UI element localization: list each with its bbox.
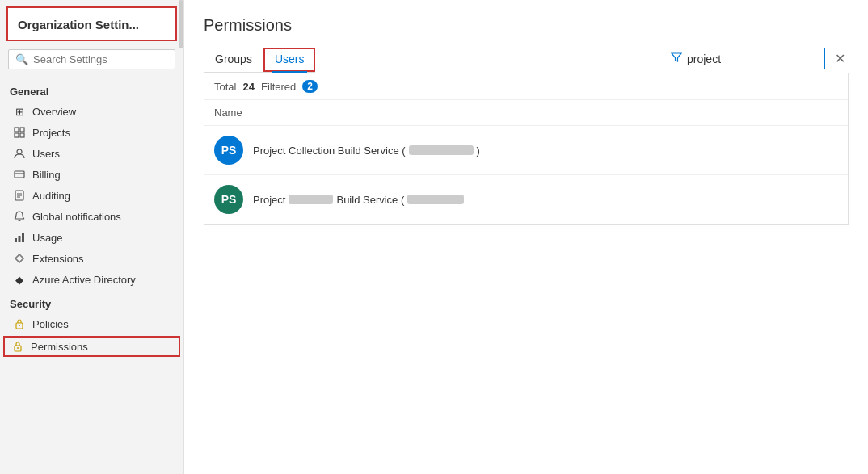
sidebar-item-users[interactable]: Users [0, 143, 183, 164]
sidebar-item-billing[interactable]: Billing [0, 164, 183, 185]
sidebar-item-label: Usage [32, 232, 63, 244]
filter-icon [671, 52, 682, 65]
permissions-icon [11, 340, 24, 353]
sidebar-item-label: Overview [32, 106, 76, 118]
svg-point-14 [19, 325, 20, 326]
sidebar-item-label: Auditing [32, 190, 70, 202]
user-name-prefix: Project Collection Build Service ( [253, 145, 406, 157]
svg-rect-0 [15, 128, 19, 132]
svg-rect-12 [22, 233, 24, 242]
svg-rect-5 [15, 171, 24, 178]
scrollbar[interactable] [179, 0, 183, 48]
azure-ad-icon: ◆ [13, 273, 26, 286]
sidebar-item-label: Billing [32, 169, 61, 181]
auditing-icon [13, 189, 26, 202]
filter-input[interactable] [687, 52, 816, 65]
sidebar-item-usage[interactable]: Usage [0, 227, 183, 248]
svg-rect-11 [19, 236, 21, 242]
svg-rect-1 [20, 128, 24, 132]
page-title: Permissions [204, 16, 849, 35]
grid-icon: ⊞ [13, 105, 26, 118]
sidebar-item-label: Azure Active Directory [32, 274, 136, 286]
svg-point-16 [17, 347, 19, 349]
total-value: 24 [242, 81, 254, 93]
billing-icon [13, 168, 26, 181]
tab-groups[interactable]: Groups [204, 48, 263, 72]
sidebar-item-extensions[interactable]: Extensions [0, 248, 183, 269]
avatar-initials: PS [221, 193, 237, 206]
user-name: Project Collection Build Service ( ) [253, 145, 480, 157]
svg-rect-2 [15, 133, 19, 137]
stats-row: Total 24 Filtered 2 [204, 73, 848, 100]
column-header-name: Name [204, 100, 848, 126]
sidebar-item-azure-ad[interactable]: ◆ Azure Active Directory [0, 269, 183, 290]
project-icon [13, 126, 26, 139]
user-name-prefix: Project [253, 194, 285, 206]
sidebar: Organization Settin... 🔍 General ⊞ Overv… [0, 0, 184, 474]
sidebar-item-permissions[interactable]: Permissions [3, 336, 180, 357]
search-settings-input[interactable] [33, 53, 168, 65]
tabs: Groups Users [204, 48, 315, 73]
person-icon [13, 147, 26, 160]
policies-icon [13, 317, 26, 330]
filtered-label: Filtered [261, 81, 296, 93]
extensions-icon [13, 252, 26, 265]
avatar-initials: PS [221, 144, 237, 157]
sidebar-item-label: Users [32, 148, 60, 160]
sidebar-item-label: Policies [32, 318, 69, 330]
user-name-redacted [409, 145, 474, 155]
search-settings-container[interactable]: 🔍 [8, 49, 175, 69]
notifications-icon [13, 210, 26, 223]
users-table: Total 24 Filtered 2 Name PS Project Coll… [204, 73, 849, 225]
sidebar-item-label: Global notifications [32, 211, 121, 223]
user-name-suffix: ) [477, 145, 480, 157]
avatar: PS [214, 136, 243, 165]
user-name-redacted [289, 195, 333, 204]
sidebar-item-auditing[interactable]: Auditing [0, 185, 183, 206]
sidebar-item-projects[interactable]: Projects [0, 122, 183, 143]
section-general: General [0, 78, 183, 101]
sidebar-item-label: Extensions [32, 253, 84, 265]
avatar: PS [214, 185, 243, 214]
user-name-middle: Build Service ( [336, 194, 404, 206]
svg-rect-3 [20, 133, 24, 137]
svg-point-4 [17, 149, 22, 154]
sidebar-item-global-notifications[interactable]: Global notifications [0, 206, 183, 227]
total-label: Total [214, 81, 236, 93]
filter-search-box[interactable] [664, 48, 825, 69]
table-row[interactable]: PS Project Build Service ( [204, 175, 848, 224]
clear-filter-button[interactable]: ✕ [832, 49, 849, 68]
main-content: Permissions Groups Users ✕ Total 24 Filt… [184, 0, 868, 474]
tab-users[interactable]: Users [263, 48, 316, 72]
usage-icon [13, 231, 26, 244]
org-settings-title: Organization Settin... [6, 6, 177, 41]
sidebar-item-label: Projects [32, 127, 70, 139]
sidebar-item-policies[interactable]: Policies [0, 313, 183, 334]
sidebar-item-overview[interactable]: ⊞ Overview [0, 101, 183, 122]
user-name: Project Build Service ( [253, 194, 464, 206]
section-security: Security [0, 290, 183, 313]
table-row[interactable]: PS Project Collection Build Service ( ) [204, 126, 848, 175]
user-name-redacted-2 [407, 195, 464, 204]
filtered-value: 2 [302, 80, 318, 93]
sidebar-item-label: Permissions [31, 341, 88, 353]
svg-rect-10 [15, 238, 17, 242]
search-icon: 🔍 [15, 53, 28, 65]
